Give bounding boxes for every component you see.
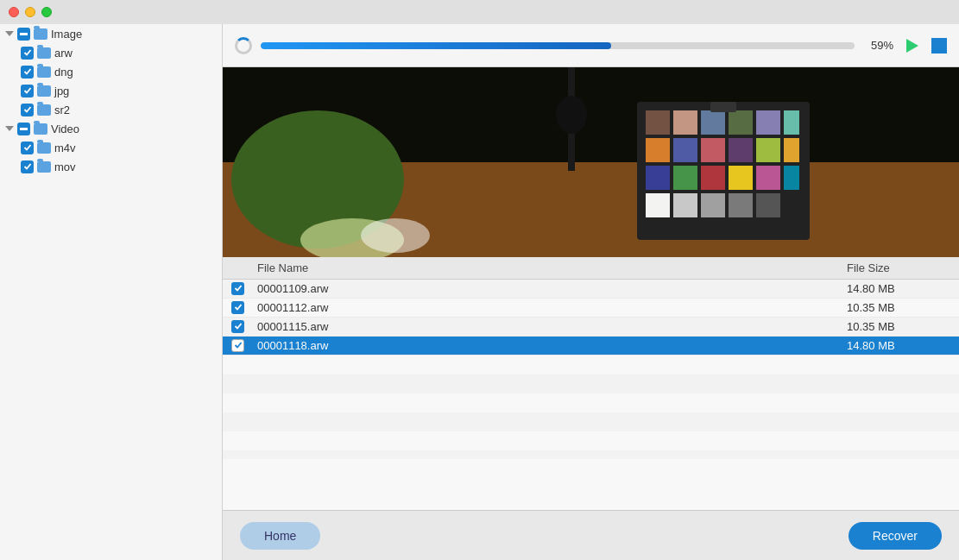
folder-icon-dng (37, 66, 51, 78)
folder-icon-video (34, 123, 47, 135)
sidebar-item-label-mov: mov (54, 160, 76, 173)
svg-rect-24 (784, 166, 799, 190)
close-button[interactable] (9, 7, 19, 17)
filename-4: 00001118.arw (257, 339, 847, 352)
file-row-1[interactable]: 00001109.arw 14.80 MB (223, 280, 959, 299)
folder-icon-arw (37, 47, 51, 59)
svg-rect-7 (646, 110, 670, 135)
sidebar-item-m4v[interactable]: m4v (0, 138, 222, 157)
svg-rect-11 (756, 110, 780, 135)
checkbox-file-3[interactable] (231, 320, 244, 333)
sidebar-item-label-dng: dng (54, 66, 73, 79)
progress-bar-fill (261, 42, 611, 49)
sidebar-item-image[interactable]: Image (0, 24, 222, 43)
svg-rect-19 (646, 166, 670, 190)
checkbox-file-1[interactable] (231, 282, 244, 295)
svg-rect-16 (729, 138, 753, 162)
svg-rect-20 (673, 166, 697, 190)
sidebar-item-sr2[interactable]: sr2 (0, 100, 222, 119)
svg-rect-27 (701, 193, 725, 217)
sidebar-item-label-image: Image (51, 28, 82, 41)
checkbox-m4v[interactable] (21, 142, 34, 154)
sidebar: Image arw dng jpg (0, 24, 223, 560)
bottom-bar: Home Recover (223, 510, 959, 560)
sidebar-item-jpg[interactable]: jpg (0, 81, 222, 100)
progress-label: 59% (863, 39, 893, 52)
svg-point-33 (556, 96, 587, 134)
svg-rect-23 (756, 166, 780, 190)
svg-rect-31 (710, 102, 736, 112)
checkbox-arw[interactable] (21, 47, 34, 60)
maximize-button[interactable] (41, 7, 52, 17)
checkbox-file-4[interactable] (231, 339, 244, 352)
svg-rect-15 (701, 138, 725, 162)
svg-rect-14 (673, 138, 697, 162)
file-row-4[interactable]: 00001118.arw 14.80 MB (223, 337, 959, 356)
svg-rect-10 (729, 110, 753, 135)
sidebar-item-label-m4v: m4v (54, 142, 76, 154)
folder-icon-mov (37, 161, 51, 173)
svg-point-35 (361, 218, 430, 253)
sidebar-item-label-jpg: jpg (54, 85, 69, 98)
preview-svg (223, 67, 959, 257)
file-row-3[interactable]: 00001115.arw 10.35 MB (223, 318, 959, 337)
folder-icon-jpg (37, 85, 51, 97)
recover-button[interactable]: Recover (849, 522, 942, 550)
filename-3: 00001115.arw (257, 320, 847, 333)
svg-rect-29 (756, 193, 780, 217)
sidebar-item-label-sr2: sr2 (54, 104, 70, 116)
checkbox-file-2[interactable] (231, 301, 244, 314)
file-list-header: File Name File Size (223, 257, 959, 280)
stop-button[interactable] (931, 38, 947, 53)
svg-rect-26 (673, 193, 697, 217)
sidebar-item-video[interactable]: Video (0, 119, 222, 138)
preview-image (223, 67, 959, 257)
checkbox-video[interactable] (17, 123, 30, 135)
folder-icon-image (34, 28, 47, 40)
svg-rect-25 (646, 193, 670, 217)
svg-rect-21 (701, 166, 725, 190)
header-name-col: File Name (257, 261, 847, 274)
checkbox-image[interactable] (17, 28, 30, 41)
svg-rect-12 (784, 110, 799, 135)
play-button[interactable] (902, 35, 923, 56)
checkbox-mov[interactable] (21, 160, 34, 173)
home-button[interactable]: Home (240, 522, 320, 550)
svg-rect-8 (673, 110, 697, 135)
filesize-1: 14.80 MB (847, 282, 950, 295)
filename-2: 00001112.arw (257, 301, 847, 314)
empty-rows (223, 356, 959, 459)
preview-area (223, 67, 959, 257)
sidebar-item-dng[interactable]: dng (0, 62, 222, 81)
filesize-3: 10.35 MB (847, 320, 950, 333)
minimize-button[interactable] (25, 7, 35, 17)
filesize-2: 10.35 MB (847, 301, 950, 314)
play-icon (906, 39, 918, 53)
titlebar (0, 0, 959, 24)
folder-icon-sr2 (37, 104, 51, 116)
header-size-col: File Size (847, 261, 950, 274)
sidebar-item-label-video: Video (51, 123, 79, 135)
checkbox-dng[interactable] (21, 66, 34, 79)
svg-rect-9 (701, 110, 725, 135)
svg-rect-30 (784, 193, 799, 217)
spinner-icon (235, 37, 252, 54)
svg-rect-13 (646, 138, 670, 162)
chevron-down-icon (5, 31, 14, 36)
file-row-2[interactable]: 00001112.arw 10.35 MB (223, 299, 959, 318)
svg-rect-28 (729, 193, 753, 217)
sidebar-item-label-arw: arw (54, 47, 73, 60)
filename-1: 00001109.arw (257, 282, 847, 295)
right-panel: 59% (223, 24, 959, 560)
svg-rect-18 (784, 138, 799, 162)
svg-rect-17 (756, 138, 780, 162)
progress-bar-container (261, 42, 855, 49)
checkbox-sr2[interactable] (21, 104, 34, 116)
main-area: Image arw dng jpg (0, 24, 959, 560)
sidebar-item-arw[interactable]: arw (0, 43, 222, 62)
folder-icon-m4v (37, 142, 51, 154)
sidebar-item-mov[interactable]: mov (0, 157, 222, 176)
filesize-4: 14.80 MB (847, 339, 950, 352)
file-list: File Name File Size 00001109.arw 14.80 M… (223, 257, 959, 510)
checkbox-jpg[interactable] (21, 85, 34, 98)
